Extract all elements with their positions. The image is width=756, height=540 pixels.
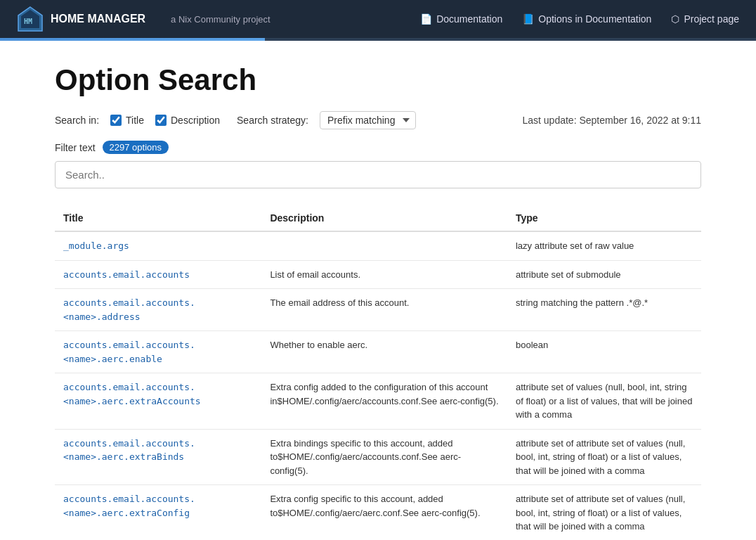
cell-title[interactable]: accounts.email.accounts. <name>.aerc.ext… <box>55 485 261 541</box>
brand-logo-link[interactable]: HM HOME MANAGER <box>17 6 145 32</box>
cell-description: Whether to enable aerc. <box>261 331 507 373</box>
table-row: accounts.email.accounts. <name>.aerc.ext… <box>55 373 701 430</box>
cell-title[interactable]: accounts.email.accounts. <name>.aerc.ena… <box>55 331 261 373</box>
title-checkbox[interactable] <box>110 115 122 126</box>
filter-label: Filter text <box>55 142 96 153</box>
svg-text:HM: HM <box>24 18 32 25</box>
brand-title: HOME MANAGER <box>51 13 145 25</box>
search-input[interactable] <box>55 161 701 188</box>
cell-description: List of email accounts. <box>261 260 507 289</box>
search-in-label: Search in: <box>55 115 99 126</box>
options-table: Title Description Type _module.argslazy … <box>55 205 701 540</box>
cell-title[interactable]: _module.args <box>55 231 261 260</box>
cell-description: Extra config specific to this account, a… <box>261 485 507 541</box>
project-page-link[interactable]: ⬡ Project page <box>671 13 739 25</box>
cell-description: Extra config added to the configuration … <box>261 373 507 430</box>
col-header-description: Description <box>261 205 507 231</box>
table-body: _module.argslazy attribute set of raw va… <box>55 231 701 540</box>
title-checkbox-label[interactable]: Title <box>126 115 144 126</box>
table-row: accounts.email.accounts.<name>.addressTh… <box>55 289 701 331</box>
book-icon: 📘 <box>522 13 534 25</box>
cell-type: attribute set of submodule <box>507 260 701 289</box>
cell-description: Extra bindings specific to this account,… <box>261 429 507 485</box>
options-in-documentation-link-label: Options in Documentation <box>538 13 651 25</box>
main-content: Option Search Search in: Title Descripti… <box>27 41 729 540</box>
table-row: accounts.email.accounts. <name>.aerc.ext… <box>55 429 701 485</box>
home-manager-logo: HM <box>17 6 44 32</box>
table-row: accounts.email.accountsList of email acc… <box>55 260 701 289</box>
page-title: Option Search <box>55 63 701 97</box>
cell-title[interactable]: accounts.email.accounts. <name>.aerc.ext… <box>55 373 261 430</box>
col-header-type: Type <box>507 205 701 231</box>
options-count-badge: 2297 options <box>103 141 169 154</box>
navbar-tagline: a Nix Community project <box>171 14 271 25</box>
table-row: accounts.email.accounts. <name>.aerc.ena… <box>55 331 701 373</box>
project-page-link-label: Project page <box>684 13 739 25</box>
table-header: Title Description Type <box>55 205 701 231</box>
title-checkbox-group: Title <box>110 115 144 126</box>
search-controls: Search in: Title Description Search stra… <box>55 111 701 129</box>
cell-title[interactable]: accounts.email.accounts.<name>.address <box>55 289 261 331</box>
last-update: Last update: September 16, 2022 at 9:11 <box>522 115 701 126</box>
cell-type: attribute set of attribute set of values… <box>507 485 701 541</box>
description-checkbox[interactable] <box>155 115 167 126</box>
navbar-links: 📄 Documentation 📘 Options in Documentati… <box>420 13 739 25</box>
documentation-link-label: Documentation <box>436 13 502 25</box>
cell-type: lazy attribute set of raw value <box>507 231 701 260</box>
options-in-documentation-link[interactable]: 📘 Options in Documentation <box>522 13 651 25</box>
cell-description <box>261 231 507 260</box>
table-row: accounts.email.accounts. <name>.aerc.ext… <box>55 485 701 541</box>
strategy-label: Search strategy: <box>237 115 308 126</box>
github-icon: ⬡ <box>671 13 679 25</box>
navbar: HM HOME MANAGER a Nix Community project … <box>0 0 756 38</box>
description-checkbox-label[interactable]: Description <box>171 115 220 126</box>
filter-row: Filter text 2297 options <box>55 141 701 154</box>
documentation-link[interactable]: 📄 Documentation <box>420 13 502 25</box>
cell-type: attribute set of attribute set of values… <box>507 429 701 485</box>
cell-description: The email address of this account. <box>261 289 507 331</box>
col-header-title: Title <box>55 205 261 231</box>
brand-text: HOME MANAGER <box>51 13 145 25</box>
description-checkbox-group: Description <box>155 115 220 126</box>
cell-type: boolean <box>507 331 701 373</box>
doc-icon: 📄 <box>420 13 432 25</box>
cell-title[interactable]: accounts.email.accounts. <name>.aerc.ext… <box>55 429 261 485</box>
table-row: _module.argslazy attribute set of raw va… <box>55 231 701 260</box>
cell-type: attribute set of values (null, bool, int… <box>507 373 701 430</box>
strategy-select[interactable]: Prefix matchingFuzzy searchExact match <box>320 111 416 129</box>
cell-type: string matching the pattern .*@.* <box>507 289 701 331</box>
cell-title[interactable]: accounts.email.accounts <box>55 260 261 289</box>
progress-bar-fill <box>0 38 265 41</box>
